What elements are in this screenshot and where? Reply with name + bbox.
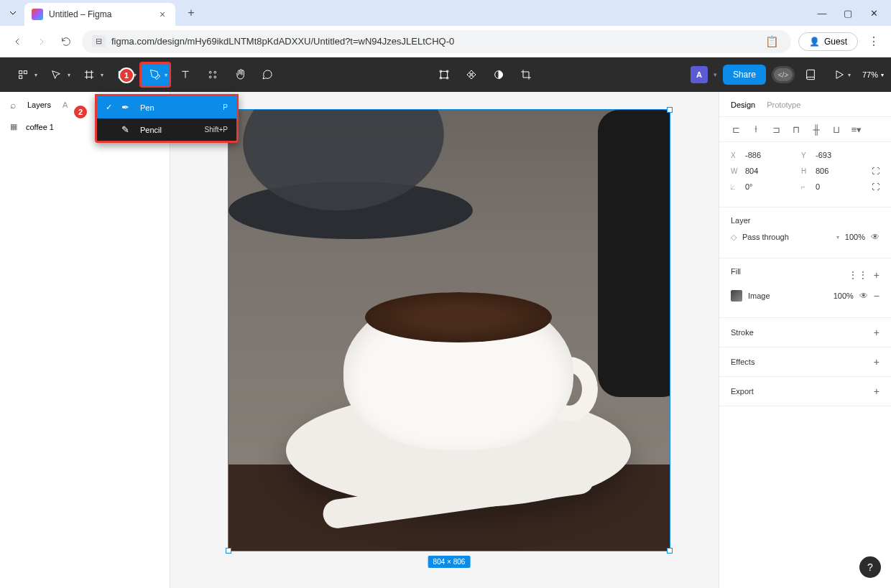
main-menu-button[interactable]: ▾ — [7, 62, 39, 88]
layers-tab[interactable]: Layers — [27, 101, 51, 109]
hand-tool[interactable] — [227, 62, 253, 88]
site-settings-icon[interactable]: ⊟ — [92, 35, 106, 47]
url-text: figma.com/design/mHy69ikdLNTMt8pKdADXXU/… — [111, 36, 758, 47]
export-section[interactable]: Export + — [719, 377, 891, 406]
close-tab-icon[interactable]: × — [157, 9, 168, 20]
add-fill-icon[interactable]: + — [874, 269, 880, 281]
avatar-chevron-icon[interactable]: ▾ — [714, 71, 717, 78]
window-maximize-button[interactable]: ▢ — [842, 7, 854, 19]
constrain-icon[interactable]: ⛶ — [872, 167, 880, 175]
blend-icon[interactable]: ◇ — [731, 233, 737, 242]
share-button[interactable]: Share — [723, 65, 766, 85]
window-close-button[interactable]: ✕ — [868, 7, 880, 19]
selected-image[interactable]: 804 × 806 — [228, 109, 670, 551]
resources-tool[interactable] — [200, 62, 226, 88]
text-tool[interactable] — [172, 62, 198, 88]
layer-opacity[interactable]: 100% — [845, 233, 865, 241]
corner-input[interactable]: 0 — [816, 182, 866, 191]
add-export-icon[interactable]: + — [874, 386, 880, 397]
effects-section[interactable]: Effects + — [719, 347, 891, 377]
w-input[interactable]: 804 — [745, 167, 795, 175]
profile-button[interactable]: 👤 Guest — [798, 32, 858, 51]
fill-section-title: Fill — [731, 267, 842, 276]
add-effect-icon[interactable]: + — [874, 356, 880, 368]
align-right-icon[interactable]: ⊐ — [771, 124, 781, 134]
tab-title: Untitled – Figma — [49, 9, 151, 19]
browser-tab[interactable]: Untitled – Figma × — [24, 3, 175, 26]
remove-fill-icon[interactable]: − — [874, 290, 880, 302]
back-button[interactable] — [9, 33, 26, 50]
independent-corners-icon[interactable]: ⛶ — [872, 182, 880, 191]
browser-menu-button[interactable]: ⋮ — [865, 33, 882, 50]
align-center-h-icon[interactable]: ⫲ — [751, 124, 761, 134]
pen-tool[interactable]: ▾ — [139, 62, 171, 88]
fill-visibility-icon[interactable]: 👁 — [859, 291, 868, 301]
h-input[interactable]: 806 — [816, 167, 866, 175]
svg-rect-8 — [441, 71, 448, 78]
devmode-toggle[interactable]: </> — [772, 66, 795, 83]
pen-option[interactable]: ✓ ✒ Pen P — [97, 96, 236, 118]
selection-handle[interactable] — [226, 548, 231, 554]
reload-button[interactable] — [57, 33, 75, 50]
stroke-title: Stroke — [731, 328, 754, 337]
dimensions-label: 804 × 806 — [428, 556, 471, 568]
w-label: W — [731, 167, 739, 175]
align-left-icon[interactable]: ⊏ — [731, 124, 741, 134]
x-label: X — [731, 151, 739, 159]
crop-tool[interactable] — [513, 62, 539, 88]
prototype-tab[interactable]: Prototype — [767, 101, 800, 109]
comment-tool[interactable] — [254, 62, 280, 88]
rotation-input[interactable]: 0° — [745, 182, 795, 191]
svg-rect-2 — [24, 71, 27, 74]
visibility-icon[interactable]: 👁 — [871, 232, 880, 242]
library-icon[interactable] — [800, 62, 821, 88]
effects-title: Effects — [731, 358, 754, 366]
fill-swatch[interactable] — [731, 290, 742, 302]
url-input[interactable]: ⊟ figma.com/design/mHy69ikdLNTMt8pKdADXX… — [82, 30, 791, 53]
assets-tab[interactable]: A — [63, 101, 68, 109]
distribute-icon[interactable]: ≡▾ — [851, 124, 862, 134]
x-input[interactable]: -886 — [745, 151, 795, 159]
svg-rect-0 — [19, 71, 22, 74]
fill-opacity[interactable]: 100% — [834, 291, 854, 300]
forward-button[interactable] — [33, 33, 50, 50]
tab-list-toggle[interactable] — [6, 6, 20, 20]
frame-tool[interactable]: ▾ — [73, 62, 105, 88]
rotation-label: ⟀ — [731, 183, 739, 191]
user-avatar[interactable]: A — [691, 66, 708, 83]
present-button[interactable]: ▾ — [826, 62, 852, 88]
clipboard-icon[interactable]: 📋 — [764, 33, 781, 50]
new-tab-button[interactable]: + — [181, 3, 201, 23]
design-panel: Design Prototype ⊏ ⫲ ⊐ ⊓ ╫ ⊔ ≡▾ X -886 Y… — [719, 92, 891, 588]
zoom-control[interactable]: 77%▾ — [862, 70, 884, 79]
add-stroke-icon[interactable]: + — [874, 327, 880, 338]
layer-name: coffee 1 — [26, 123, 54, 131]
design-tab[interactable]: Design — [731, 101, 755, 109]
pencil-option[interactable]: ✎ Pencil Shift+P — [97, 118, 236, 141]
y-label: Y — [801, 151, 810, 159]
fill-settings-icon[interactable]: ⋮⋮ — [848, 269, 868, 281]
align-bottom-icon[interactable]: ⊔ — [831, 124, 841, 134]
mask-tool[interactable] — [486, 62, 512, 88]
edit-object-tool[interactable] — [431, 62, 457, 88]
selection-handle[interactable] — [667, 548, 673, 554]
search-icon[interactable]: ⌕ — [10, 99, 16, 111]
svg-point-5 — [214, 71, 216, 73]
selection-handle[interactable] — [667, 107, 673, 113]
window-minimize-button[interactable]: — — [816, 7, 828, 19]
move-tool[interactable]: ▾ — [40, 62, 72, 88]
layer-section-title: Layer — [731, 216, 880, 225]
component-tool[interactable] — [458, 62, 484, 88]
canvas[interactable]: 804 × 806 — [170, 92, 719, 588]
image-icon: ▦ — [10, 122, 20, 132]
help-button[interactable]: ? — [859, 556, 881, 578]
guest-label: Guest — [824, 37, 847, 47]
svg-rect-1 — [19, 75, 22, 78]
fill-type[interactable]: Image — [748, 291, 828, 300]
y-input[interactable]: -693 — [816, 151, 866, 159]
blend-mode[interactable]: Pass through — [742, 233, 831, 241]
stroke-section[interactable]: Stroke + — [719, 318, 891, 347]
align-top-icon[interactable]: ⊓ — [791, 124, 801, 134]
align-center-v-icon[interactable]: ╫ — [811, 124, 821, 134]
h-label: H — [801, 167, 810, 175]
